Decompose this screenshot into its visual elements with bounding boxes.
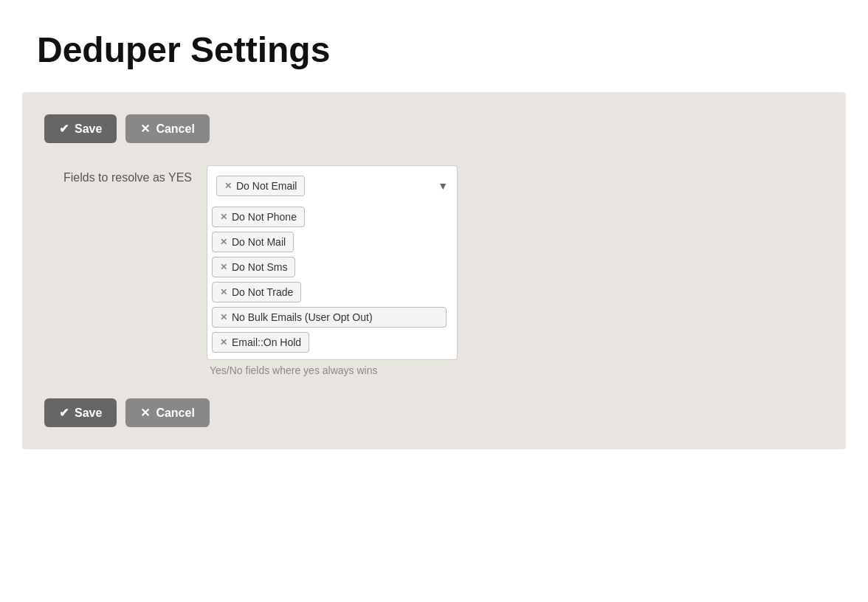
multiselect-box[interactable]: ✕ Do Not Email ▼ ✕ Do Not Phone ✕ Do No — [207, 165, 458, 360]
tag-no-bulk-emails[interactable]: ✕ No Bulk Emails (User Opt Out) — [212, 307, 447, 328]
x-icon-cancel-top: ✕ — [140, 122, 150, 136]
remove-do-not-sms-icon[interactable]: ✕ — [220, 262, 227, 272]
tag-do-not-email-label: Do Not Email — [236, 180, 297, 192]
remove-email-on-hold-icon[interactable]: ✕ — [220, 337, 227, 347]
tag-do-not-trade[interactable]: ✕ Do Not Trade — [212, 282, 301, 302]
remove-do-not-trade-icon[interactable]: ✕ — [220, 287, 227, 297]
tag-no-bulk-emails-label: No Bulk Emails (User Opt Out) — [232, 311, 373, 323]
top-toolbar: ✔ Save ✕ Cancel — [44, 114, 824, 143]
settings-panel: ✔ Save ✕ Cancel Fields to resolve as YES… — [22, 92, 846, 449]
tag-do-not-email[interactable]: ✕ Do Not Email — [216, 176, 305, 196]
tag-do-not-mail[interactable]: ✕ Do Not Mail — [212, 232, 294, 252]
tag-do-not-phone-label: Do Not Phone — [232, 211, 297, 223]
bottom-toolbar: ✔ Save ✕ Cancel — [44, 398, 824, 427]
tag-row-do-not-mail: ✕ Do Not Mail — [212, 229, 452, 255]
tag-do-not-mail-label: Do Not Mail — [232, 236, 286, 248]
tag-do-not-trade-label: Do Not Trade — [232, 286, 293, 298]
multiselect-header: ✕ Do Not Email ▼ — [212, 170, 452, 204]
dropdown-arrow-icon[interactable]: ▼ — [438, 180, 448, 192]
hint-text: Yes/No fields where yes always wins — [210, 364, 458, 376]
tag-do-not-phone[interactable]: ✕ Do Not Phone — [212, 207, 305, 227]
save-label-bottom: Save — [75, 406, 102, 420]
x-icon-cancel-bottom: ✕ — [140, 406, 150, 420]
tag-email-on-hold-label: Email::On Hold — [232, 336, 301, 348]
tag-row-email-on-hold: ✕ Email::On Hold — [212, 330, 452, 355]
tag-row-do-not-sms: ✕ Do Not Sms — [212, 255, 452, 280]
remove-do-not-mail-icon[interactable]: ✕ — [220, 237, 227, 247]
save-button-bottom[interactable]: ✔ Save — [44, 398, 117, 427]
save-button-top[interactable]: ✔ Save — [44, 114, 117, 143]
fields-label: Fields to resolve as YES — [44, 165, 192, 184]
check-icon-save-bottom: ✔ — [59, 406, 69, 420]
cancel-label-bottom: Cancel — [156, 406, 194, 420]
tag-do-not-sms[interactable]: ✕ Do Not Sms — [212, 257, 295, 277]
tag-row-do-not-trade: ✕ Do Not Trade — [212, 280, 452, 305]
multiselect-container: ✕ Do Not Email ▼ ✕ Do Not Phone ✕ Do No — [207, 165, 458, 376]
tag-do-not-sms-label: Do Not Sms — [232, 261, 287, 273]
cancel-button-bottom[interactable]: ✕ Cancel — [125, 398, 209, 427]
tag-row-do-not-phone: ✕ Do Not Phone — [212, 204, 452, 229]
cancel-label-top: Cancel — [156, 122, 194, 136]
fields-resolve-row: Fields to resolve as YES ✕ Do Not Email … — [44, 165, 824, 376]
save-label-top: Save — [75, 122, 102, 136]
page-title: Deduper Settings — [0, 0, 868, 92]
cancel-button-top[interactable]: ✕ Cancel — [125, 114, 209, 143]
check-icon-save-top: ✔ — [59, 122, 69, 136]
tag-email-on-hold[interactable]: ✕ Email::On Hold — [212, 332, 309, 353]
tag-row-no-bulk-emails: ✕ No Bulk Emails (User Opt Out) — [212, 305, 452, 330]
remove-do-not-phone-icon[interactable]: ✕ — [220, 212, 227, 222]
remove-do-not-email-icon[interactable]: ✕ — [224, 181, 232, 191]
remove-no-bulk-emails-icon[interactable]: ✕ — [220, 312, 227, 322]
